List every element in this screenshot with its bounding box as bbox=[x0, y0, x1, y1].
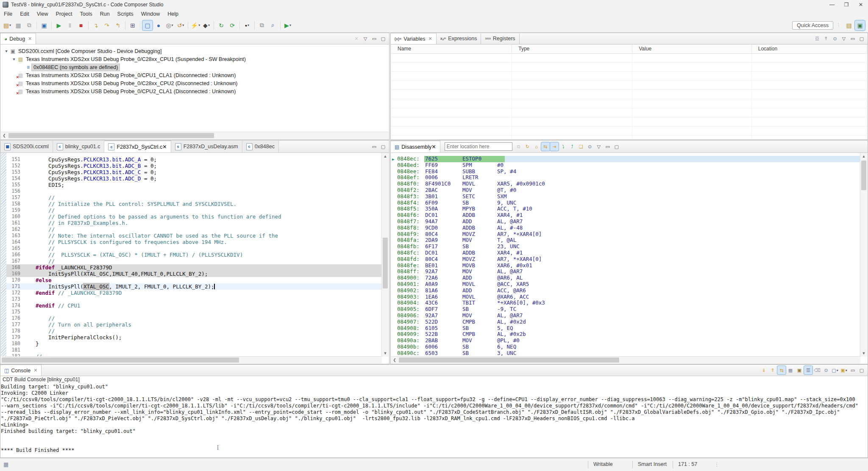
resume-icon[interactable]: ▶ bbox=[54, 20, 64, 30]
code-line[interactable]: 169 InitSysPll(XTAL_OSC,IMULT_40,FMULT_0… bbox=[1, 271, 382, 277]
minimize-icon[interactable]: ▭ bbox=[849, 34, 857, 43]
tab-variables[interactable]: (x)=Variables✕ bbox=[391, 33, 437, 44]
maximize-icon[interactable]: ▢ bbox=[857, 366, 866, 374]
code-line[interactable]: 158 // Initialize the PLL control: SYSPL… bbox=[1, 201, 382, 207]
tab-console[interactable]: ◫ Console ✕ bbox=[0, 365, 42, 376]
tab-debug[interactable]: ◕ Debug ✕ bbox=[0, 33, 36, 44]
maximize-icon[interactable]: ▢ bbox=[857, 34, 866, 43]
disassembly-row[interactable]: 08490a:2BABMOV@PL, #0 bbox=[391, 338, 860, 344]
view-menu-icon[interactable]: ▽ bbox=[840, 34, 848, 43]
debug-tree-item[interactable]: ▾▣SDS200i.ccxml [Code Composer Studio - … bbox=[1, 47, 389, 55]
pin-view-icon[interactable]: ⊙ bbox=[586, 142, 594, 151]
refresh-view-icon[interactable]: ↻ bbox=[523, 142, 532, 151]
scrollbar-thumb[interactable] bbox=[2, 357, 239, 363]
disassembly-row[interactable]: 0848ed:FF69SPM#0 bbox=[391, 162, 860, 169]
disassembly-row[interactable]: 0848ff:92A7MOVAL, @AR7 bbox=[391, 269, 860, 275]
code-line[interactable]: 156 bbox=[1, 188, 382, 194]
minimize-icon[interactable]: ▭ bbox=[604, 142, 612, 151]
code-line[interactable]: 177 // Turn on all peripherals bbox=[1, 321, 382, 328]
disassembly-row[interactable]: 0848ef:0006LRETR bbox=[391, 175, 860, 181]
maximize-icon[interactable]: ▢ bbox=[379, 142, 387, 151]
code-line[interactable]: 154 CpuSysRegs.PCLKCR13.bit.ADC_D = 0; bbox=[1, 175, 382, 182]
collapse-all-icon[interactable]: ⤒ bbox=[822, 34, 830, 43]
disassembly-row[interactable]: 08490c:6503SB3, UNC bbox=[391, 350, 860, 357]
location-input[interactable] bbox=[445, 142, 512, 151]
minimize-icon[interactable]: ▭ bbox=[370, 34, 378, 43]
scroll-up-arrow-icon[interactable]: ▲ bbox=[860, 153, 867, 160]
step-into-asm-icon[interactable]: ⤵ bbox=[559, 142, 568, 151]
scroll-down-arrow-icon[interactable]: ▼ bbox=[382, 350, 389, 357]
menu-run[interactable]: Run bbox=[96, 10, 114, 18]
menu-window[interactable]: Window bbox=[137, 10, 164, 18]
dropdown-arrow-icon[interactable]: ▾ bbox=[208, 23, 210, 27]
code-line[interactable]: 161 // in F2837xD_Examples.h. bbox=[1, 220, 382, 226]
code-line[interactable]: 155 EDIS; bbox=[1, 182, 382, 188]
disassembly-hscrollbar[interactable]: ❮ bbox=[391, 356, 860, 363]
remove-terminated-icon[interactable]: ✕ bbox=[352, 34, 361, 43]
scroll-lock-link-icon[interactable]: ⇆ bbox=[777, 366, 786, 374]
editor-tab-f2837xd_sysctrl.c[interactable]: cF2837xD_SysCtrl.c✕ bbox=[104, 141, 171, 152]
column-header-location[interactable]: Location bbox=[752, 44, 867, 53]
close-window-button[interactable]: ✕ bbox=[854, 0, 868, 9]
code-line[interactable]: 153 CpuSysRegs.PCLKCR13.bit.ADC_C = 0; bbox=[1, 169, 382, 175]
code-line[interactable]: 168#ifdef _LAUNCHXL_F28379D bbox=[1, 264, 382, 271]
disassembly-row[interactable]: ▶0848ec:7625ESTOP0 bbox=[391, 156, 860, 162]
scrollbar-thumb[interactable] bbox=[861, 161, 866, 190]
expander-icon[interactable]: ▾ bbox=[3, 49, 9, 53]
editor-hscrollbar[interactable] bbox=[1, 356, 382, 363]
sync-icon[interactable]: ⟳ bbox=[227, 20, 237, 30]
editor-tab-0x848ec[interactable]: c0x848ec bbox=[242, 141, 279, 152]
debug-tree-item[interactable]: ▤✕Texas Instruments XDS2xx USB Debug Pro… bbox=[1, 87, 389, 95]
dropdown-arrow-icon[interactable]: ▾ bbox=[182, 23, 184, 27]
word-wrap-icon[interactable]: ☰ bbox=[804, 366, 812, 374]
ccs-debug-perspective-icon[interactable]: ▣ bbox=[855, 20, 865, 30]
ccs-edit-perspective-icon[interactable]: ▤ bbox=[844, 20, 854, 30]
disassembly-row[interactable]: 084909:522BCMPBAL, #0x2b bbox=[391, 331, 860, 338]
column-header-value[interactable]: Value bbox=[632, 44, 751, 53]
code-line[interactable]: 159 // bbox=[1, 207, 382, 213]
disassembly-row[interactable]: 0848f7:94A7ADDAL, @AR7 bbox=[391, 219, 860, 225]
code-line[interactable]: 170#else bbox=[1, 277, 382, 283]
minimize-icon[interactable]: ▭ bbox=[370, 142, 378, 151]
menu-file[interactable]: File bbox=[0, 10, 16, 18]
step-over-asm-icon[interactable]: ⤴ bbox=[568, 142, 576, 151]
disassembly-row[interactable]: 0848f3:3B01SETCSXM bbox=[391, 194, 860, 200]
disassembly-row[interactable]: 0848f6:DC01ADDBXAR4, #1 bbox=[391, 212, 860, 219]
disassembly-row[interactable]: 084905:6DF7SB-9, TC bbox=[391, 306, 860, 313]
scroll-lock-icon[interactable]: ▣ bbox=[795, 366, 804, 374]
copy-icon[interactable]: ⧉ bbox=[515, 142, 523, 151]
code-line[interactable]: 173 bbox=[1, 296, 382, 302]
disassembly-row[interactable]: 0848fd:80C4MOVZAR7, *+XAR4[0] bbox=[391, 256, 860, 263]
expander-icon[interactable]: ▾ bbox=[11, 57, 17, 61]
open-new-view-icon[interactable]: ❏ bbox=[577, 142, 585, 151]
scrollbar-thumb[interactable] bbox=[383, 238, 388, 288]
code-line[interactable]: 151 CpuSysRegs.PCLKCR13.bit.ADC_A = 0; bbox=[1, 156, 382, 163]
suspend-icon[interactable]: Ⅱ bbox=[65, 20, 75, 30]
code-line[interactable]: 157 // bbox=[1, 194, 382, 201]
close-icon[interactable]: ✕ bbox=[162, 144, 167, 150]
disassembly-row[interactable]: 0848fb:6F17SB23, UNC bbox=[391, 244, 860, 250]
view-menu-icon[interactable]: ▽ bbox=[595, 142, 603, 151]
debug-tree-item[interactable]: ▤✕Texas Instruments XDS2xx USB Debug Pro… bbox=[1, 71, 389, 79]
follow-pc-icon[interactable]: ⇥ bbox=[550, 142, 559, 151]
scroll-up-icon[interactable]: ⇑ bbox=[768, 366, 777, 374]
close-icon[interactable]: ✕ bbox=[33, 368, 37, 373]
code-line[interactable]: 165 // bbox=[1, 245, 382, 252]
code-line[interactable]: 172#endif // _LAUNCHXL_F28379D bbox=[1, 290, 382, 296]
code-line[interactable]: 162 // bbox=[1, 226, 382, 233]
scroll-left-icon[interactable]: ❮ bbox=[1, 132, 8, 139]
code-line[interactable]: 171 InitSysPll(XTAL_OSC, IMULT_2, FMULT_… bbox=[1, 283, 382, 290]
code-line[interactable]: 176 // bbox=[1, 315, 382, 321]
code-line[interactable]: 160 // Defined options to be passed as a… bbox=[1, 213, 382, 220]
code-line[interactable]: 180} bbox=[1, 341, 382, 347]
menu-edit[interactable]: Edit bbox=[16, 10, 33, 18]
code-editor[interactable]: 151 CpuSysRegs.PCLKCR13.bit.ADC_A = 0;15… bbox=[1, 153, 382, 357]
dropdown-arrow-icon[interactable]: ▾ bbox=[172, 23, 173, 27]
disassembly-listing[interactable]: ▶0848ec:7625ESTOP00848ed:FF69SPM#00848ee… bbox=[391, 153, 860, 357]
save-icon[interactable]: ▦ bbox=[13, 20, 23, 30]
minimize-icon[interactable]: ▭ bbox=[849, 366, 857, 374]
disassembly-row[interactable]: 084907:522DCMPBAL, #0x2d bbox=[391, 319, 860, 325]
external-tools-icon[interactable]: ▶▾ bbox=[283, 20, 293, 30]
code-line[interactable]: 181 bbox=[1, 347, 382, 353]
disassembly-row[interactable]: 0848fa:2DA9MOVT, @AL bbox=[391, 237, 860, 244]
